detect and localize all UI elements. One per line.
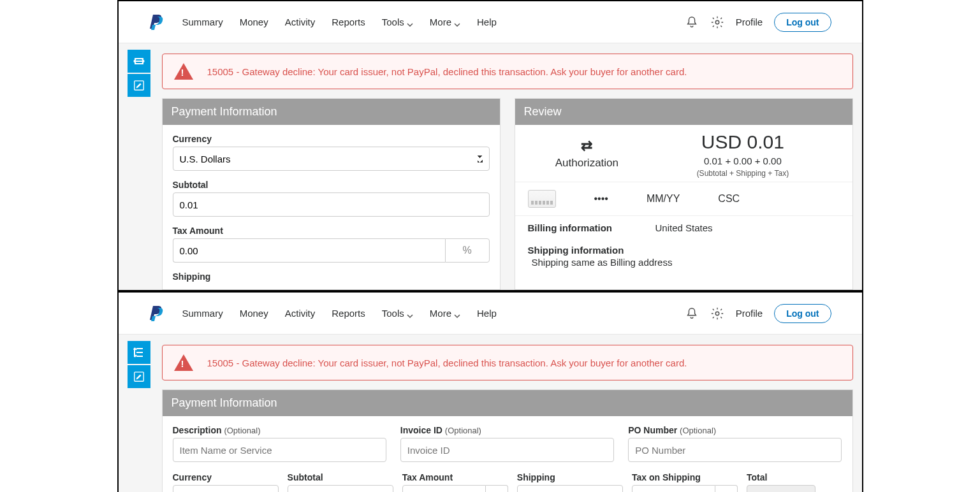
review-panel: Review ⇄ Authorization USD 0.01 0.01 + 0… [515, 98, 853, 290]
nav-reports[interactable]: Reports [332, 308, 365, 319]
gear-icon[interactable] [710, 15, 724, 29]
compose-icon [133, 371, 145, 382]
tos-label: Tax on Shipping [632, 472, 738, 482]
bell-icon[interactable] [685, 307, 699, 321]
shipping-info-value: Shipping same as Billing address [528, 257, 840, 268]
svg-point-0 [715, 20, 719, 24]
total-output [747, 485, 815, 492]
nav-right-2: Profile Log out [685, 304, 831, 323]
subtotal-label: Subtotal [173, 180, 490, 190]
total-currency: USD [815, 485, 842, 492]
currency-label: Currency [173, 134, 490, 144]
review-header: Review [515, 99, 852, 125]
shipping-input-2[interactable] [517, 485, 623, 492]
nav-right: Profile Log out [685, 13, 831, 32]
billing-label: Billing information [528, 222, 630, 233]
cc-csc: CSC [718, 193, 740, 205]
shipping-label-2: Shipping [517, 472, 623, 482]
header-2: Summary Money Activity Reports Tools Mor… [119, 293, 862, 335]
shipping-block: Shipping information Shipping same as Bi… [515, 240, 852, 277]
invoice-label: Invoice ID (Optional) [400, 425, 614, 435]
authorization-label: Authorization [528, 157, 647, 170]
bell-icon[interactable] [685, 15, 699, 29]
currency-select-2[interactable]: U.S. Dollars [173, 485, 279, 492]
profile-link[interactable]: Profile [736, 308, 763, 319]
description-input[interactable] [173, 438, 386, 462]
description-label: Description (Optional) [173, 425, 386, 435]
amount-breakdown: 0.01 + 0.00 + 0.00 [646, 156, 839, 166]
nav-money[interactable]: Money [240, 17, 268, 27]
error-text: 15005 - Gateway decline: Your card issue… [207, 66, 687, 77]
tax-amount-label: Tax Amount [173, 226, 490, 236]
nav-more[interactable]: More [430, 17, 460, 27]
total-label: Total [747, 472, 815, 482]
logout-button[interactable]: Log out [774, 13, 831, 32]
side-tabs-2 [128, 341, 150, 388]
main-nav-2: Summary Money Activity Reports Tools Mor… [182, 308, 685, 319]
exchange-arrows-icon: ⇄ [528, 138, 647, 154]
invoice-input[interactable] [400, 438, 614, 462]
side-tab-expand[interactable] [128, 50, 150, 73]
tax-unit-2[interactable]: % [486, 485, 508, 492]
tax-label-2: Tax Amount [402, 472, 508, 482]
error-text: 15005 - Gateway decline: Your card issue… [207, 358, 687, 368]
side-tab-compose[interactable] [128, 365, 150, 388]
chevron-down-icon [454, 19, 460, 25]
logout-button[interactable]: Log out [774, 304, 831, 323]
error-alert-2: 15005 - Gateway decline: Your card issue… [162, 345, 853, 380]
nav-money[interactable]: Money [240, 308, 268, 319]
payment-info-header-2: Payment Information [163, 390, 852, 416]
billing-value: United States [655, 222, 713, 233]
tax-unit[interactable]: % [445, 238, 490, 263]
nav-summary[interactable]: Summary [182, 17, 223, 27]
main-nav: Summary Money Activity Reports Tools Mor… [182, 17, 685, 27]
nav-more[interactable]: More [430, 308, 460, 319]
nav-help[interactable]: Help [477, 308, 497, 319]
shipping-info-label: Shipping information [528, 245, 840, 256]
shipping-label: Shipping [173, 271, 490, 282]
credit-card-row: •••• MM/YY CSC [515, 182, 852, 216]
header: Summary Money Activity Reports Tools Mor… [119, 1, 862, 43]
nav-activity[interactable]: Activity [285, 308, 316, 319]
body-area-top: 15005 - Gateway decline: Your card issue… [119, 43, 862, 290]
subtotal-input[interactable] [173, 192, 490, 217]
side-tab-collapse[interactable] [128, 341, 150, 364]
nav-tools[interactable]: Tools [382, 308, 413, 319]
error-alert: 15005 - Gateway decline: Your card issue… [162, 54, 853, 89]
nav-activity[interactable]: Activity [285, 17, 316, 27]
tos-unit[interactable]: % [715, 485, 738, 492]
billing-row: Billing information United States [515, 216, 852, 240]
nav-help[interactable]: Help [477, 17, 497, 27]
chevron-down-icon [407, 310, 413, 317]
expand-horizontal-icon [133, 55, 145, 68]
po-input[interactable] [628, 438, 842, 462]
warning-triangle-icon [174, 354, 193, 371]
profile-link[interactable]: Profile [736, 17, 763, 27]
body-area-bottom: 15005 - Gateway decline: Your card issue… [119, 335, 862, 492]
warning-triangle-icon [174, 63, 193, 80]
po-label: PO Number (Optional) [628, 425, 842, 435]
frame-top: Summary Money Activity Reports Tools Mor… [117, 0, 863, 291]
compose-icon [133, 80, 145, 91]
gear-icon[interactable] [710, 307, 724, 321]
tax-input-2[interactable] [402, 485, 486, 492]
subtotal-label-2: Subtotal [288, 472, 393, 482]
nav-tools[interactable]: Tools [382, 17, 413, 27]
collapse-vertical-icon [133, 346, 145, 359]
nav-summary[interactable]: Summary [182, 308, 223, 319]
side-tab-compose[interactable] [128, 74, 150, 97]
chevron-down-icon [454, 310, 460, 317]
subtotal-input-2[interactable] [288, 485, 393, 492]
frame-bottom: Summary Money Activity Reports Tools Mor… [117, 291, 863, 492]
paypal-logo-icon [149, 13, 165, 31]
tos-input[interactable] [632, 485, 715, 492]
nav-reports[interactable]: Reports [332, 17, 365, 27]
chevron-down-icon [407, 19, 413, 25]
payment-info-header: Payment Information [163, 99, 500, 125]
credit-card-icon [528, 190, 556, 208]
tax-amount-input[interactable] [173, 238, 445, 263]
cc-expiry: MM/YY [647, 193, 680, 205]
currency-select[interactable]: U.S. Dollars [173, 147, 490, 171]
payment-info-panel: Payment Information Currency U.S. Dollar… [162, 98, 501, 290]
side-tabs [128, 50, 150, 97]
